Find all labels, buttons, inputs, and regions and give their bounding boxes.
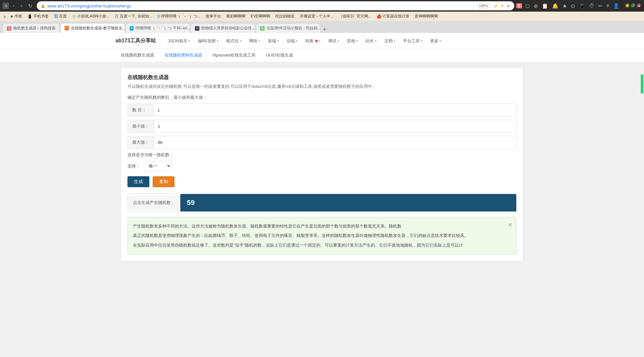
min-label: 最小值：: [128, 120, 154, 132]
bookmark-baidu2[interactable]: 百 百度一下, 你就知...: [113, 13, 154, 20]
extension-icon-2[interactable]: ⬡: [525, 2, 530, 10]
tool-title: 在线随机数生成器: [127, 74, 517, 81]
result-value: 59: [180, 194, 516, 211]
tab-sousou[interactable]: S 随机数生成器 - 搜狗搜索: [3, 23, 60, 33]
chevron-down-icon: ▾: [319, 39, 320, 43]
maximize-button[interactable]: □: [631, 4, 636, 8]
back-button[interactable]: ‹: [11, 2, 16, 9]
bookmark-kaibo[interactable]: 开播设置 - 个人中...: [298, 13, 336, 20]
nav-json[interactable]: JSON相关 ▾: [164, 34, 194, 48]
forward-button[interactable]: ›: [18, 2, 24, 9]
bookmark-yuanshen[interactable]: 原神啊啊啊啊: [413, 13, 440, 20]
count-row: 数 目：: [127, 104, 517, 117]
nav-backend[interactable]: 后端 ▾: [283, 34, 301, 48]
nav-platform[interactable]: 平台工具 ▾: [399, 34, 426, 48]
nav-frontend[interactable]: 前端 ▾: [264, 34, 283, 48]
min-input[interactable]: [154, 121, 516, 132]
close-button[interactable]: ✕: [637, 4, 641, 8]
browser-icon: ⊞: [3, 3, 9, 9]
tool-description: 可以随机生成你设定的随机数,可以是唯一的或者重复的,可以应用于dota2roll…: [127, 84, 517, 89]
tabs-bar: S 随机数生成器 - 搜狗搜索 73 在线随机数生成器-数字随机生... ✕ B…: [0, 21, 644, 33]
info-text-3: 在实际应用中往往使用伪随机数就足够了。这些数列是"似乎"随机的数，实际上它们是通…: [133, 241, 511, 249]
sub-nav-htpasswd[interactable]: htpasswd在线生成工具: [207, 49, 261, 62]
chevron-down-icon: ▾: [394, 39, 395, 43]
minimize-button[interactable]: —: [625, 4, 630, 8]
bookmark-bilibili[interactable]: B 哔哩哔哩（゜-゜）つ...: [156, 13, 203, 20]
profile-icon[interactable]: 👤: [612, 2, 620, 10]
info-close-button[interactable]: ✕: [508, 220, 512, 230]
sub-nav-uuid[interactable]: UUID在线生成: [261, 49, 298, 62]
star-icon: ★: [10, 14, 14, 19]
nav-other[interactable]: 其他 ▾: [343, 34, 362, 48]
tab-favicon-bilibili: B: [130, 26, 134, 31]
nav-docs[interactable]: 文档 ▾: [380, 34, 399, 48]
title-bar: ⊞ ‹ › ↻ 🔒 www.ab173.com/gongju/other/sui…: [0, 0, 644, 12]
chevron-down-icon: ▾: [439, 39, 441, 43]
nav-more[interactable]: 更多 ▾: [426, 34, 445, 48]
bookmark-star-icon[interactable]: ★: [562, 2, 568, 10]
bookmark-phone[interactable]: 📱 手机书签: [25, 13, 51, 20]
address-bar[interactable]: 🔒 www.ab173.com/gongju/other/suijishushe…: [37, 1, 514, 10]
nav-network[interactable]: 网络 ▾: [245, 34, 264, 48]
extension-icon-3[interactable]: ⊕: [533, 2, 538, 10]
chevron-down-icon: ▾: [217, 39, 218, 43]
nav-format[interactable]: 格式化 ▾: [222, 34, 245, 48]
bookmark-eve[interactable]: EVE啊啊啊: [249, 13, 272, 20]
chevron-down-icon: ▾: [296, 39, 297, 43]
ext-8[interactable]: ⏱: [589, 2, 595, 9]
result-label: 点击生成产生随机数：: [128, 195, 180, 210]
form-prompt: 确定产生随机数的数目，最小值和最大值：: [127, 95, 517, 100]
unique-label: 选择是否为唯一随机数：: [127, 152, 517, 158]
bookmarks-chevron[interactable]: »: [3, 13, 7, 20]
nav-convert[interactable]: 转换 ▾: [301, 34, 324, 48]
generate-button[interactable]: 生成: [127, 176, 149, 187]
min-row: 最小值：: [127, 120, 517, 133]
title-bar-left: ⊞ ‹ › ↻: [3, 2, 34, 10]
sub-nav-random-number[interactable]: 在线随机数生成器: [116, 49, 159, 62]
chevron-down-icon: ▾: [188, 39, 190, 43]
tab-favicon-ab173: 73: [65, 26, 69, 30]
extension-icon-5[interactable]: 🔔: [551, 2, 559, 10]
bookmark-fanju[interactable]: 番剧啊啊啊: [224, 13, 247, 20]
extension-icon-s[interactable]: S: [516, 3, 522, 8]
ext-9[interactable]: ✂: [598, 2, 603, 10]
select-label: 选择：: [127, 163, 140, 169]
chevron-down-icon: ▾: [277, 39, 279, 43]
tool-card: 在线随机数生成器 可以随机生成你设定的随机数,可以是唯一的或者重复的,可以应用于…: [121, 67, 523, 261]
info-box: ✕ 产生随机数有多种不同的方法。这些方法被称为随机数发生器。随机数最重要的特性是…: [127, 217, 517, 254]
site-nav: ab173工具分享站 JSON相关 ▾ 编码/加密 ▾ 格式化 ▾ 网络 ▾ 前…: [0, 33, 644, 49]
chevron-down-icon: ▾: [240, 39, 241, 43]
reload-button[interactable]: ↻: [26, 2, 34, 10]
ext-6[interactable]: ⊙: [570, 2, 576, 10]
nav-menu: JSON相关 ▾ 编码/加密 ▾ 格式化 ▾ 网络 ▾ 前端 ▾ 后端 ▾: [164, 34, 445, 48]
count-input[interactable]: [154, 105, 516, 116]
count-label: 数 目：: [128, 104, 154, 116]
tab-tulama[interactable]: 仓 仓鼠!跨年活动小预告 - 托拉妈...: [256, 23, 320, 33]
sub-nav-random-password[interactable]: 在线随机密码生成器: [159, 49, 207, 62]
ext-7[interactable]: 📱: [578, 2, 586, 10]
nav-sitemaster[interactable]: 站长 ▾: [362, 34, 380, 48]
extension-icon-4[interactable]: 📋: [541, 2, 549, 10]
tab-bilibili[interactable]: B 哔哩哔哩（゜-゜）つ 干杯--bil...: [126, 23, 190, 33]
tab-ab173[interactable]: 73 在线随机数生成器-数字随机生... ✕: [60, 23, 125, 33]
bookmark-tuolama[interactable]: 托拉妈物语: [273, 13, 297, 20]
info-text-2: 真正的随机数是使用物理现象产生的：比如掷钱币、骰子、转轮、使用电子元件的噪音、核…: [133, 232, 511, 239]
bookmark-baidu[interactable]: 百 百度: [52, 13, 69, 20]
menu-icon[interactable]: ≡: [606, 2, 610, 9]
chevron-down-icon: ▾: [421, 39, 422, 43]
max-input[interactable]: [154, 137, 516, 148]
bookmark-shuqian[interactable]: ★ 书签: [8, 13, 24, 20]
nav-test[interactable]: 测试 ▾: [324, 34, 343, 48]
unique-select[interactable]: 唯一 重复: [144, 161, 172, 171]
bookmark-4399[interactable]: 小 小游戏,4399小游...: [70, 13, 111, 20]
bookmark-benghuai[interactable]: 《崩坏3》官方网...: [337, 13, 373, 20]
nav-encode[interactable]: 编码/加密 ▾: [194, 34, 222, 48]
tab-mhw[interactable]: 👾 怪物猎人世界前传电影公会传...: [191, 23, 255, 33]
site-logo: ab173工具分享站: [116, 33, 161, 49]
toolbar-icons: S ⬡ ⊕ 📋 🔔 ★ ⊙ 📱 ⏱ ✂ ≡ 👤: [516, 2, 620, 10]
bookmark-calculator[interactable]: 🍎 计算器在线计算: [375, 13, 411, 20]
bookmark-jiedan[interactable]: 接单平台: [204, 13, 223, 20]
scrollbar-thumb[interactable]: [641, 74, 643, 94]
new-tab-button[interactable]: +: [321, 26, 328, 33]
copy-button[interactable]: 复制: [153, 176, 175, 187]
